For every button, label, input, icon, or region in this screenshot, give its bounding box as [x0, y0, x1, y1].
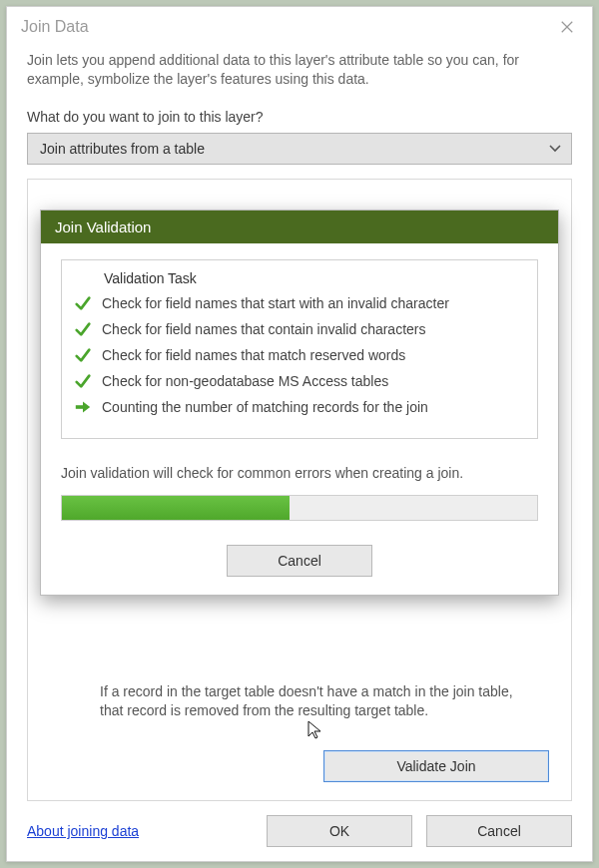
validation-task-list: Validation Task Check for field names th… — [61, 259, 538, 439]
task-row: Counting the number of matching records … — [74, 394, 525, 420]
modal-button-row: Cancel — [61, 545, 538, 577]
task-header: Validation Task — [104, 270, 525, 286]
validate-join-button[interactable]: Validate Join — [323, 750, 549, 782]
about-joining-data-link[interactable]: About joining data — [27, 823, 253, 839]
task-text: Check for non-geodatabase MS Access tabl… — [102, 373, 388, 389]
task-row: Check for non-geodatabase MS Access tabl… — [74, 368, 525, 394]
ok-label: OK — [329, 823, 349, 839]
ok-button[interactable]: OK — [267, 815, 412, 847]
task-text: Check for field names that contain inval… — [102, 321, 426, 337]
modal-note: Join validation will check for common er… — [61, 465, 538, 481]
cancel-button[interactable]: Cancel — [426, 815, 572, 847]
validate-row: Validate Join — [28, 750, 549, 782]
task-text: Check for field names that match reserve… — [102, 347, 405, 363]
svg-rect-2 — [76, 405, 83, 409]
titlebar: Join Data — [7, 7, 592, 47]
progress-fill — [62, 496, 290, 520]
dialog-footer: About joining data OK Cancel — [7, 801, 592, 861]
progress-bar — [61, 495, 538, 521]
match-note: If a record in the target table doesn't … — [100, 682, 531, 720]
cursor-icon — [305, 719, 325, 745]
modal-cancel-button[interactable]: Cancel — [227, 545, 372, 577]
task-text: Check for field names that start with an… — [102, 295, 449, 311]
join-type-value: Join attributes from a table — [40, 141, 549, 157]
validate-join-label: Validate Join — [396, 758, 475, 774]
check-icon — [74, 372, 92, 390]
chevron-down-icon — [549, 142, 561, 156]
question-label: What do you want to join to this layer? — [27, 109, 572, 125]
join-validation-modal: Join Validation Validation Task Check fo… — [40, 210, 559, 596]
close-icon[interactable] — [552, 12, 582, 42]
task-row: Check for field names that match reserve… — [74, 342, 525, 368]
modal-body: Validation Task Check for field names th… — [41, 243, 558, 595]
task-row: Check for field names that contain inval… — [74, 316, 525, 342]
task-row: Check for field names that start with an… — [74, 290, 525, 316]
check-icon — [74, 346, 92, 364]
modal-title: Join Validation — [41, 211, 558, 243]
svg-marker-3 — [83, 402, 90, 413]
task-text: Counting the number of matching records … — [102, 399, 428, 415]
join-type-select[interactable]: Join attributes from a table — [27, 133, 572, 165]
check-icon — [74, 294, 92, 312]
modal-cancel-label: Cancel — [278, 553, 321, 569]
check-icon — [74, 320, 92, 338]
cancel-label: Cancel — [477, 823, 521, 839]
arrow-right-icon — [74, 398, 92, 416]
intro-text: Join lets you append additional data to … — [27, 51, 572, 89]
dialog-title: Join Data — [21, 18, 552, 36]
